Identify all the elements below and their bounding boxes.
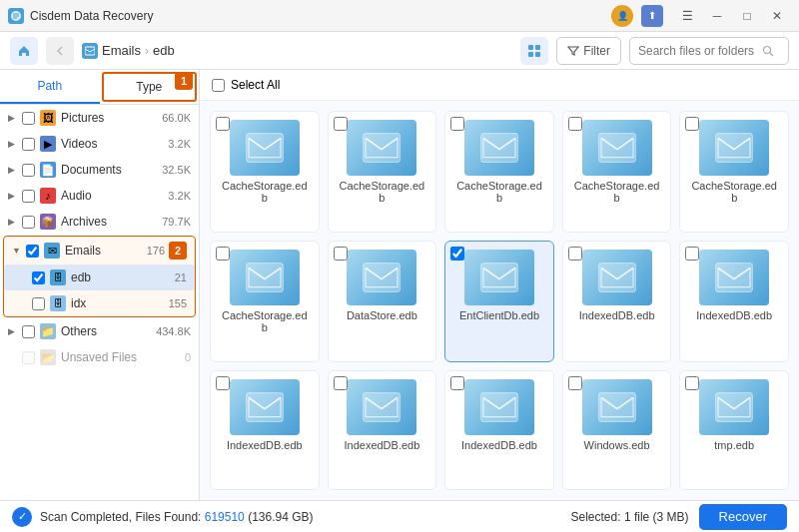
videos-icon: ▶	[40, 136, 56, 152]
file-checkbox[interactable]	[216, 247, 230, 261]
file-checkbox[interactable]	[568, 247, 582, 261]
file-name: CacheStorage.edb	[453, 180, 545, 204]
videos-count: 3.2K	[168, 138, 191, 150]
select-all-checkbox[interactable]	[212, 79, 225, 92]
file-checkbox[interactable]	[216, 376, 230, 390]
file-checkbox[interactable]	[685, 117, 699, 131]
content-area: Select All CacheStorage.edb CacheStorage…	[200, 70, 799, 500]
documents-checkbox[interactable]	[22, 164, 35, 177]
maximize-button[interactable]: □	[733, 6, 761, 26]
others-checkbox[interactable]	[22, 325, 35, 338]
emails-checkbox[interactable]	[26, 245, 39, 258]
svg-rect-5	[535, 52, 540, 57]
back-button[interactable]	[46, 37, 74, 65]
filter-button[interactable]: Filter	[556, 37, 621, 65]
file-item[interactable]: DataStore.edb	[328, 241, 437, 362]
sidebar-item-videos[interactable]: ▶ ▶ Videos 3.2K	[0, 131, 199, 157]
file-grid: CacheStorage.edb CacheStorage.edb CacheS…	[200, 101, 799, 500]
upload-icon[interactable]: ⬆	[641, 5, 663, 27]
minimize-button[interactable]: ─	[703, 6, 731, 26]
sidebar-item-documents[interactable]: ▶ 📄 Documents 32.5K	[0, 157, 199, 183]
pictures-label: Pictures	[61, 111, 162, 125]
file-checkbox[interactable]	[685, 376, 699, 390]
title-bar: Cisdem Data Recovery 👤 ⬆ ☰ ─ □ ✕	[0, 0, 799, 32]
recover-button[interactable]: Recover	[699, 504, 787, 530]
search-input[interactable]	[638, 44, 758, 58]
type-badge: 1	[175, 72, 193, 90]
sidebar-item-idx[interactable]: 🗄 idx 155	[4, 290, 195, 316]
edb-count: 21	[175, 271, 187, 283]
file-checkbox[interactable]	[450, 247, 464, 261]
file-item[interactable]: IndexedDB.edb	[328, 370, 437, 490]
file-item[interactable]: CacheStorage.edb	[444, 111, 554, 233]
file-name: IndexedDB.edb	[461, 439, 537, 451]
user-avatar: 👤	[611, 5, 633, 27]
file-item[interactable]: tmp.edb	[679, 370, 789, 490]
svg-point-6	[764, 46, 771, 53]
file-item[interactable]: Windows.edb	[562, 370, 672, 490]
file-checkbox[interactable]	[216, 117, 230, 131]
svg-line-7	[770, 53, 773, 56]
file-item[interactable]: CacheStorage.edb	[562, 111, 672, 233]
archives-checkbox[interactable]	[22, 216, 35, 229]
status-text: Scan Completed, Files Found: 619510 (136…	[40, 510, 563, 524]
svg-rect-4	[528, 52, 533, 57]
file-checkbox[interactable]	[334, 117, 348, 131]
others-count: 434.8K	[156, 325, 191, 337]
grid-view-button[interactable]	[520, 37, 548, 65]
file-checkbox[interactable]	[450, 376, 464, 390]
svg-rect-2	[528, 45, 533, 50]
svg-rect-1	[85, 47, 95, 55]
audio-icon: ♪	[40, 188, 56, 204]
idx-count: 155	[169, 297, 187, 309]
file-checkbox[interactable]	[568, 376, 582, 390]
file-item[interactable]: IndexedDB.edb	[679, 241, 789, 362]
file-thumbnail	[699, 379, 769, 435]
file-name: EntClientDb.edb	[459, 309, 539, 321]
sidebar-item-emails[interactable]: ▼ ✉ Emails 176 2	[4, 237, 195, 265]
sidebar-item-others[interactable]: ▶ 📁 Others 434.8K	[0, 318, 199, 344]
file-checkbox[interactable]	[334, 376, 348, 390]
unsaved-checkbox[interactable]	[22, 351, 35, 364]
unsaved-icon: 📂	[40, 349, 56, 365]
audio-checkbox[interactable]	[22, 190, 35, 203]
search-box[interactable]	[629, 37, 789, 65]
emails-breadcrumb[interactable]: Emails	[102, 43, 141, 58]
sidebar-item-edb[interactable]: 🗄 edb 21	[4, 265, 195, 290]
file-checkbox[interactable]	[685, 247, 699, 261]
file-item[interactable]: CacheStorage.edb	[328, 111, 437, 233]
emails-icon: ✉	[44, 243, 60, 259]
edb-checkbox[interactable]	[32, 271, 45, 284]
archives-icon: 📦	[40, 214, 56, 230]
file-item[interactable]: IndexedDB.edb	[562, 241, 672, 362]
file-thumbnail	[582, 250, 652, 305]
file-item[interactable]: CacheStorage.edb	[210, 241, 320, 362]
pictures-checkbox[interactable]	[22, 112, 35, 125]
status-check-icon: ✓	[12, 507, 32, 527]
edb-breadcrumb[interactable]: edb	[153, 43, 175, 58]
file-thumbnail	[347, 120, 416, 176]
file-checkbox[interactable]	[334, 247, 348, 261]
menu-button[interactable]: ☰	[673, 6, 701, 26]
idx-label: idx	[71, 296, 169, 310]
file-item[interactable]: EntClientDb.edb	[444, 241, 554, 362]
videos-checkbox[interactable]	[22, 138, 35, 151]
audio-count: 3.2K	[168, 190, 191, 202]
unsaved-label: Unsaved Files	[61, 350, 185, 364]
file-item[interactable]: IndexedDB.edb	[210, 370, 320, 490]
home-button[interactable]	[10, 37, 38, 65]
file-checkbox[interactable]	[450, 117, 464, 131]
sidebar-item-unsaved[interactable]: ▶ 📂 Unsaved Files 0	[0, 344, 199, 370]
file-item[interactable]: CacheStorage.edb	[210, 111, 320, 233]
file-thumbnail	[699, 250, 769, 305]
file-item[interactable]: CacheStorage.edb	[679, 111, 789, 233]
sidebar-item-pictures[interactable]: ▶ 🖼 Pictures 66.0K	[0, 105, 199, 131]
close-button[interactable]: ✕	[763, 6, 791, 26]
file-thumbnail	[230, 120, 300, 176]
tab-path[interactable]: Path	[0, 70, 100, 104]
sidebar-item-archives[interactable]: ▶ 📦 Archives 79.7K	[0, 209, 199, 235]
sidebar-item-audio[interactable]: ▶ ♪ Audio 3.2K	[0, 183, 199, 209]
idx-checkbox[interactable]	[32, 297, 45, 310]
file-checkbox[interactable]	[568, 117, 582, 131]
file-item[interactable]: IndexedDB.edb	[444, 370, 554, 490]
